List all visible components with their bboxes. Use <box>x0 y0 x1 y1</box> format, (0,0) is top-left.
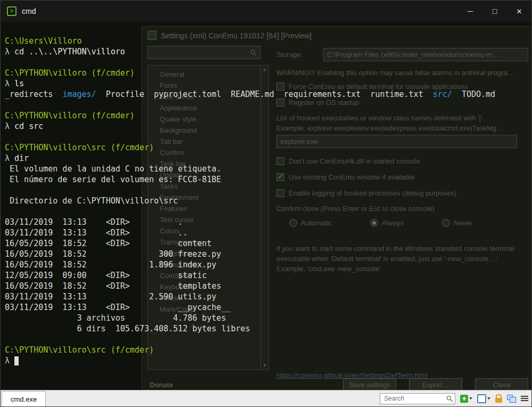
terminal-line: λ <box>5 355 531 366</box>
terminal-line: 03/11/2019 13:13 <DIR> __pycache__ <box>5 302 531 313</box>
terminal-line: 16/05/2019 18:52 <DIR> content <box>5 238 531 249</box>
plus-icon: + <box>460 395 468 403</box>
terminal-line: 12/05/2019 09:00 <DIR> static <box>5 270 531 281</box>
new-console-button[interactable]: + <box>460 395 472 403</box>
terminal-line: 03/11/2019 13:13 2.590 utils.py <box>5 291 531 302</box>
terminal-line: 16/05/2019 18:52 300 freeze.py <box>5 249 531 259</box>
app-icon: > <box>7 6 17 16</box>
search-icon <box>446 395 453 402</box>
window-controls: ─ □ ✕ <box>458 1 531 22</box>
terminal-line <box>5 206 531 217</box>
maximize-button[interactable]: □ <box>482 1 507 22</box>
terminal-line <box>5 57 531 68</box>
terminal-area[interactable]: Settings (xml) ConEmu 191012 [64] [Previ… <box>1 22 531 390</box>
statusbar: cmd.exe + <box>1 390 531 406</box>
console-tab-cmd[interactable]: cmd.exe <box>2 391 46 406</box>
terminal-line: C:\PYTHON\villoro (f/cmder) <box>5 68 531 78</box>
terminal-line: 3 archivos 4.786 bytes <box>5 313 531 323</box>
terminal-line <box>5 100 531 110</box>
terminal-line <box>5 185 531 196</box>
terminal-output[interactable]: C:\Users\Villoroλ cd ..\..\PYTHON\villor… <box>5 36 531 390</box>
terminal-line: C:\PYTHON\villoro\src (f/cmder) <box>5 345 531 355</box>
chevron-down-icon[interactable] <box>469 397 472 400</box>
terminal-line: El volumen de la unidad C no tiene etiqu… <box>5 164 531 174</box>
pane-icon <box>510 397 516 403</box>
lock-button[interactable] <box>495 394 502 403</box>
chevron-down-icon[interactable] <box>487 397 490 400</box>
lock-icon <box>496 394 502 398</box>
cmd-window: > cmd ─ □ ✕ Settings (xml) ConEmu 191012… <box>0 0 532 407</box>
menu-button[interactable] <box>521 396 528 401</box>
window-title: cmd <box>22 7 36 15</box>
console-buffer-button[interactable] <box>507 395 516 403</box>
terminal-line <box>5 334 531 345</box>
terminal-line: λ cd src <box>5 121 531 132</box>
terminal-line: 6 dirs 105.673.408.512 bytes libres <box>5 323 531 334</box>
terminal-line: El número de serie del volumen es: FCC8-… <box>5 174 531 185</box>
terminal-line: 03/11/2019 13:13 <DIR> . <box>5 217 531 227</box>
window-icon <box>477 394 486 403</box>
text-cursor <box>14 356 19 365</box>
new-window-button[interactable] <box>477 394 490 403</box>
terminal-line: 03/11/2019 13:13 <DIR> .. <box>5 227 531 238</box>
menu-icon <box>521 396 528 397</box>
terminal-line: Directorio de C:\PYTHON\villoro\src <box>5 196 531 206</box>
search-input[interactable] <box>380 393 455 404</box>
terminal-line: C:\PYTHON\villoro (f/cmder) <box>5 110 531 121</box>
terminal-line: _redirects images/ Procfile pyproject.to… <box>5 89 531 100</box>
terminal-line: λ dir <box>5 153 531 164</box>
terminal-line: 16/05/2019 18:52 <DIR> templates <box>5 281 531 291</box>
terminal-line: 16/05/2019 18:52 1.896 index.py <box>5 259 531 270</box>
terminal-line: C:\Users\Villoro <box>5 36 531 46</box>
statusbar-controls: + <box>380 390 528 406</box>
terminal-line: λ ls <box>5 78 531 89</box>
terminal-line <box>5 132 531 142</box>
minimize-button[interactable]: ─ <box>458 1 482 22</box>
terminal-line: λ cd ..\..\PYTHON\villoro <box>5 46 531 57</box>
titlebar: > cmd ─ □ ✕ <box>1 1 531 22</box>
search-box <box>380 393 455 404</box>
terminal-line: C:\PYTHON\villoro\src (f/cmder) <box>5 142 531 153</box>
close-button[interactable]: ✕ <box>507 1 531 22</box>
